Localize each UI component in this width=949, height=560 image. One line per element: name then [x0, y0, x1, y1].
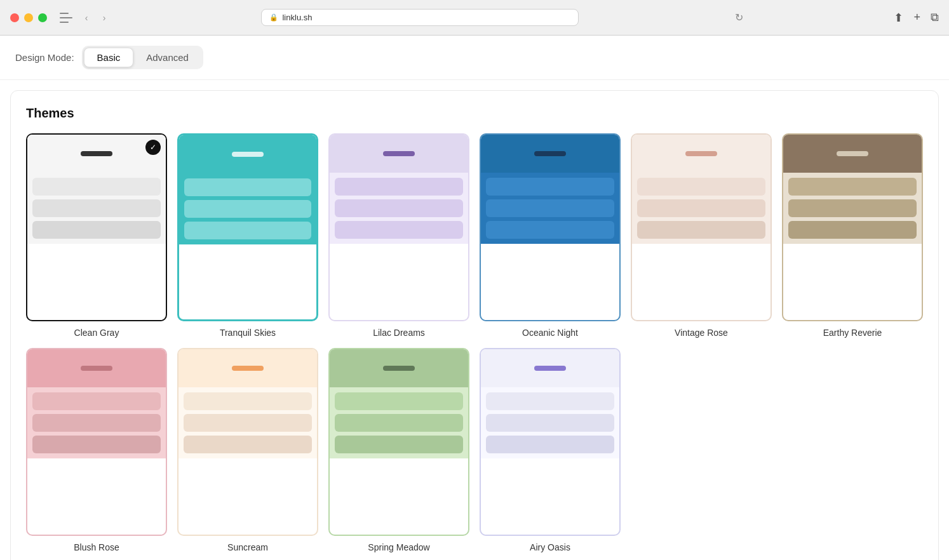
theme-card-tranquil-skies[interactable]: Tranquil Skies	[177, 133, 318, 338]
advanced-mode-button[interactable]: Advanced	[133, 48, 201, 67]
preview-row	[335, 178, 463, 196]
theme-preview-oceanic-night[interactable]	[480, 133, 621, 321]
theme-card-suncream[interactable]: Suncream	[177, 348, 318, 552]
preview-row	[184, 222, 311, 239]
preview-row	[788, 221, 917, 239]
theme-preview-suncream[interactable]	[177, 348, 318, 536]
theme-card-clean-gray[interactable]: ✓ Clean Gray	[26, 133, 167, 338]
back-arrow[interactable]: ‹	[80, 11, 93, 24]
preview-row	[335, 221, 463, 239]
page-content: Design Mode: Basic Advanced Themes ✓	[0, 36, 949, 560]
preview-row	[788, 199, 917, 217]
preview-row	[486, 436, 614, 453]
preview-row	[486, 414, 614, 432]
theme-card-airy-oasis[interactable]: Airy Oasis	[480, 348, 621, 552]
preview-header	[330, 349, 468, 387]
preview-row	[637, 178, 765, 196]
main-card: Themes ✓ Clean Gray	[10, 90, 939, 560]
traffic-lights	[10, 13, 47, 22]
preview-row	[335, 392, 463, 410]
theme-name-suncream: Suncream	[227, 542, 268, 552]
preview-header	[481, 135, 619, 173]
theme-name-blush-rose: Blush Rose	[74, 542, 119, 552]
theme-name-lilac-dreams: Lilac Dreams	[373, 328, 425, 338]
preview-row	[486, 178, 614, 196]
preview-row	[486, 392, 614, 410]
theme-preview-blush-rose[interactable]	[26, 348, 167, 536]
preview-row	[32, 199, 161, 217]
preview-body	[178, 387, 317, 458]
preview-body	[481, 173, 619, 244]
reload-button[interactable]: ↻	[735, 11, 743, 23]
preview-body	[330, 387, 468, 458]
theme-name-oceanic-night: Oceanic Night	[522, 328, 578, 338]
sidebar-toggle[interactable]	[60, 13, 72, 23]
share-icon[interactable]: ⬆	[894, 11, 903, 25]
theme-name-tranquil-skies: Tranquil Skies	[220, 328, 276, 338]
preview-row	[184, 200, 311, 218]
theme-card-oceanic-night[interactable]: Oceanic Night	[480, 133, 621, 338]
preview-header	[27, 349, 166, 387]
selected-checkmark: ✓	[145, 140, 161, 155]
preview-body	[783, 173, 922, 244]
lock-icon: 🔒	[269, 13, 278, 22]
preview-pill	[685, 151, 717, 156]
minimize-button[interactable]	[24, 13, 33, 22]
address-bar[interactable]: 🔒 linklu.sh	[261, 9, 579, 26]
theme-card-spring-meadow[interactable]: Spring Meadow	[328, 348, 469, 552]
theme-preview-lilac-dreams[interactable]	[328, 133, 469, 321]
preview-row	[486, 199, 614, 217]
basic-mode-button[interactable]: Basic	[84, 48, 134, 67]
preview-body	[179, 173, 316, 244]
preview-row	[32, 221, 161, 239]
url-text: linklu.sh	[282, 13, 312, 22]
preview-pill	[383, 151, 415, 156]
theme-preview-vintage-rose[interactable]	[631, 133, 772, 321]
browser-actions: ⬆ + ⧉	[894, 11, 939, 25]
preview-row	[32, 414, 161, 432]
browser-chrome: ‹ › 🔒 linklu.sh ↻ ⬆ + ⧉	[0, 0, 949, 36]
preview-pill	[232, 152, 264, 157]
theme-preview-tranquil-skies[interactable]	[177, 133, 318, 321]
preview-row	[637, 221, 765, 239]
maximize-button[interactable]	[38, 13, 47, 22]
preview-body	[632, 173, 771, 244]
preview-pill	[81, 366, 112, 371]
preview-body	[27, 387, 166, 458]
theme-name-vintage-rose: Vintage Rose	[675, 328, 728, 338]
theme-preview-airy-oasis[interactable]	[480, 348, 621, 536]
themes-title: Themes	[26, 106, 923, 121]
tabs-icon[interactable]: ⧉	[931, 11, 939, 24]
preview-row	[788, 178, 917, 196]
new-tab-icon[interactable]: +	[913, 11, 920, 24]
theme-preview-spring-meadow[interactable]	[328, 348, 469, 536]
mode-selector: Design Mode: Basic Advanced	[0, 36, 949, 80]
preview-header	[178, 349, 317, 387]
design-mode-label: Design Mode:	[15, 52, 74, 63]
close-button[interactable]	[10, 13, 19, 22]
theme-preview-earthy-reverie[interactable]	[782, 133, 923, 321]
preview-header	[330, 135, 468, 173]
themes-grid-row2: Blush Rose Suncream	[26, 348, 923, 552]
forward-arrow[interactable]: ›	[98, 11, 111, 24]
preview-row	[184, 436, 312, 453]
preview-pill	[837, 151, 868, 156]
preview-row	[335, 414, 463, 432]
preview-row	[335, 199, 463, 217]
preview-header	[783, 135, 922, 173]
theme-card-vintage-rose[interactable]: Vintage Rose	[631, 133, 772, 338]
theme-card-blush-rose[interactable]: Blush Rose	[26, 348, 167, 552]
nav-arrows: ‹ ›	[80, 11, 111, 24]
theme-name-clean-gray: Clean Gray	[74, 328, 119, 338]
theme-card-lilac-dreams[interactable]: Lilac Dreams	[328, 133, 469, 338]
preview-row	[335, 436, 463, 453]
theme-card-earthy-reverie[interactable]: Earthy Reverie	[782, 133, 923, 338]
preview-row	[184, 392, 312, 410]
theme-preview-clean-gray[interactable]: ✓	[26, 133, 167, 321]
preview-pill	[232, 366, 264, 371]
preview-body	[27, 173, 166, 244]
theme-name-earthy-reverie: Earthy Reverie	[823, 328, 882, 338]
preview-pill	[534, 151, 566, 156]
preview-header	[481, 349, 619, 387]
mode-toggle: Basic Advanced	[82, 46, 203, 69]
